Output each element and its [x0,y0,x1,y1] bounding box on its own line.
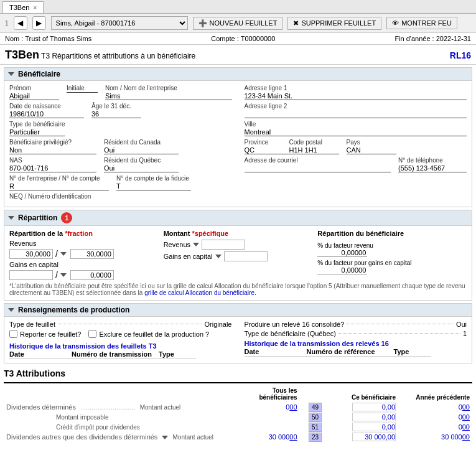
telephone-value: (555) 123-4567 [398,164,467,172]
dividendes-autres-dropdown[interactable] [162,436,168,439]
tab-close-button[interactable]: × [33,4,37,11]
adresse1-label: Adresse ligne 1 [245,85,467,91]
neq-label: NEQ / Numéro d'identification [9,193,91,200]
courriel-label: Adresse de courriel [245,157,391,164]
fin-annee-info: Fin d'année : 2022-12-31 [394,35,471,42]
montrer-feuillet-button[interactable]: 👁 MONTRER FEU [386,17,457,29]
gains-frac1-input[interactable] [9,270,53,280]
hist-r16-type-header: Type [394,347,431,357]
gains-frac2-input[interactable] [70,270,114,280]
benef-priv-label: Bénéficiaire privilégié? [9,139,96,146]
production-header[interactable]: Renseignements de production [4,304,472,317]
benef-rep-label: Répartition du bénéficiaire [317,230,404,237]
rl16-link[interactable]: RL16 [450,50,471,60]
page-title-bar: T3Ben T3 Répartitions et attributions à … [0,45,476,65]
repartition-header[interactable]: Répartition 1 [4,210,472,226]
page-subtitle: T3 Répartitions et attributions à un bén… [41,52,195,60]
courriel-value [245,164,391,172]
delete-icon: ✖ [293,19,299,27]
montant-revenus-input[interactable] [202,240,245,250]
repartition-body: Répartition de la *fraction Revenus / Ga… [4,226,472,300]
hist-t3-date-header: Date [9,350,72,359]
type-benef-label: Type de bénéficiaire [9,121,65,128]
prenom-label: Prénom [9,85,59,91]
production-body: Type de feuillet Originale Reporter ce f… [4,317,472,363]
age-label: Âge le 31 déc. [91,103,141,110]
ce-val-23-input[interactable] [352,433,396,441]
type-feuillet-value: Originale [204,321,231,328]
hist-t3-num-header: Numéro de transmission [72,350,159,359]
exclure-label: Exclure ce feuillet de la production ? [99,330,209,338]
collapse-production-icon[interactable] [8,308,14,312]
beneficiaire-header[interactable]: Bénéficiaire [4,68,472,81]
ville-label: Ville [245,121,467,128]
date-naissance-value: 1986/10/10 [9,110,84,118]
adresse1-value: 123-34 Main St. [245,92,467,100]
hist-r16-title: Historique de la transmission des relevé… [245,340,467,347]
dividendes-det-label: Dividendes déterminés [6,403,76,411]
repartition-badge: 1 [61,212,72,223]
nouveau-feuillet-button[interactable]: ➕ NOUVEAU FEUILLET [193,17,283,30]
reporter-checkbox[interactable] [9,330,17,338]
back-button[interactable]: ◀ [14,16,27,30]
ville-value: Montreal [245,128,467,136]
province-label: Province [245,139,282,146]
forward-button[interactable]: ▶ [32,16,46,30]
row-num-50: 50 [309,413,322,422]
produire-label: Produire un relevé 16 consolidé? [245,321,345,328]
resident-canada-label: Résident du Canada [104,139,179,146]
revenus-frac2-dropdown[interactable] [60,252,67,256]
initiale-value [67,92,98,93]
produire-value: Oui [456,321,467,328]
hist-r16-num-header: Numéro de référence [307,347,394,357]
revenus-frac2-input[interactable] [70,249,114,259]
ce-val-50-input[interactable] [352,413,396,421]
reporter-checkbox-row: Reporter ce feuillet? [9,330,81,338]
pct-facteur-gains-label: % du facteur pour gains en capital [317,260,467,266]
beneficiaire-title: Bénéficiaire [18,70,60,78]
collapse-beneficiaire-icon[interactable] [8,72,14,76]
collapse-repartition-icon[interactable] [8,216,14,220]
exclure-checkbox[interactable] [88,330,96,338]
production-section: Renseignements de production Type de feu… [4,303,472,363]
gains-frac2-dropdown[interactable] [60,273,67,277]
repartition-section: Répartition 1 Répartition de la *fractio… [4,210,472,301]
reporter-label: Reporter ce feuillet? [20,330,81,338]
no-compte-fiducie-value: T [116,182,191,190]
table-row: Crédit d'impôt pour dividendes 51 000 [4,422,472,432]
no-compte-fiducie-label: N° de compte de la fiducie [116,175,191,182]
page-title: T3Ben [5,49,39,61]
allocation-link[interactable]: grille de calcul Allocation du bénéficia… [144,289,256,296]
ce-val-51-input[interactable] [352,423,396,431]
nas-value: 870-001-716 [9,164,96,172]
montant-gains-input[interactable] [224,251,268,261]
t3ben-tab[interactable]: T3Ben × [2,1,44,13]
col-annee-header: Année précédente [398,386,472,402]
montant-revenus-dropdown[interactable] [193,243,199,246]
revenus-frac1-input[interactable] [9,249,53,259]
repartition-note: *L'attribution du bénéficiaire peut être… [9,283,467,296]
table-row: Dividendes autres que des dividendes dét… [4,432,472,442]
resident-canada-value: Oui [104,146,179,154]
montant-gains-dropdown[interactable] [215,255,222,258]
tab-bar: T3Ben × [0,0,476,14]
compte-info: Compte : T00000000 [211,35,275,42]
code-postal-label: Code postal [289,139,339,146]
info-bar: Nom : Trust of Thomas Sims Compte : T000… [0,33,476,45]
hist-r16-date-header: Date [245,347,307,357]
code-postal-value: H1H 1H1 [289,146,339,154]
toolbar: 1 ◀ ▶ Sims, Abigail - 870001716 ➕ NOUVEA… [0,14,476,33]
supprimer-feuillet-button[interactable]: ✖ SUPPRIMER FEUILLET [287,17,381,30]
ce-val-49-input[interactable] [352,403,396,411]
telephone-label: N° de téléphone [398,157,467,164]
repartition-title: Répartition [18,213,57,222]
type-benef-value: Particulier [9,128,65,136]
nom-info: Nom : Trust of Thomas Sims [5,35,91,42]
hist-t3-title: Historique de la transmission des feuill… [9,342,232,350]
production-title: Renseignements de production [18,306,129,314]
dividendes-autres-label: Dividendes autres que des dividendes dét… [6,433,157,441]
no-entreprise-value: R [9,182,109,190]
col-tous-header: Tous les bénéficiaires [250,386,299,402]
client-select[interactable]: Sims, Abigail - 870001716 [51,16,188,30]
page-indicator: 1 [5,20,9,27]
